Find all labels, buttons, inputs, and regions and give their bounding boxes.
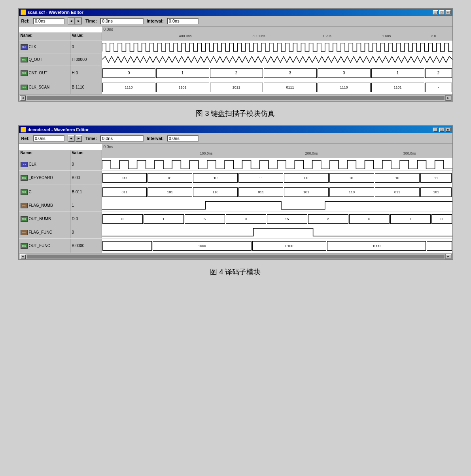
- toolbar-2: Ref: ◄ ► Time: Interval:: [19, 133, 452, 144]
- prev-btn-1[interactable]: ◄: [68, 17, 75, 25]
- marker-200ns: 200.0ns: [305, 151, 318, 155]
- c-icon: BUS: [21, 189, 28, 195]
- table-row: DIG FLAG_FUNC 0: [19, 226, 452, 239]
- maximize-btn-2[interactable]: □: [439, 127, 445, 132]
- list-item: 0: [431, 214, 452, 224]
- table-row: BUS Q_OUT H 00000: [19, 53, 452, 66]
- minimize-btn-2[interactable]: _: [433, 127, 438, 132]
- scrollbar-2: ◄ ►: [19, 253, 452, 259]
- list-item: 2: [210, 68, 263, 78]
- marker-100ns: 100.0ns: [200, 151, 213, 155]
- table-row: BUS _KEYBOARD B 00 00 01 10 11 00 01 10: [19, 171, 452, 185]
- outfunc-icon: BUS: [21, 243, 28, 249]
- interval-input-1[interactable]: [167, 18, 199, 24]
- list-item: 1110: [318, 83, 371, 92]
- waveform-area-1: 0.0ns Name: Value: 400.0ns 800.0ns 1.2us…: [19, 26, 452, 101]
- list-item: 1000: [153, 241, 251, 251]
- flagnumb-svg: [102, 199, 452, 212]
- keyboard-value: B 00: [70, 171, 102, 185]
- list-item: 9: [226, 214, 266, 224]
- list-item: 0111: [264, 83, 317, 92]
- cntout-value: H 0: [70, 66, 102, 80]
- cntout-icon: BUS: [21, 70, 28, 76]
- list-item: 110: [329, 187, 374, 197]
- scroll-track-2[interactable]: [27, 255, 445, 259]
- cursor-time-1: 0.0ns: [102, 26, 452, 32]
- title-controls-1: _ □ ×: [433, 10, 451, 15]
- clk2-name: CLK CLK: [19, 158, 70, 170]
- next-btn-1[interactable]: ►: [75, 17, 82, 25]
- next-btn-2[interactable]: ►: [75, 135, 82, 142]
- outfunc-name: BUS OUT_FUNC: [19, 239, 70, 253]
- list-item: 011: [102, 187, 147, 197]
- window1: ⚡ scan.scf - Waveform Editor _ □ × Ref: …: [18, 8, 453, 102]
- cntout-waveform: 0 1 2 3 0 1 2: [102, 66, 452, 80]
- clk-value: 0: [70, 41, 102, 53]
- timeline-1: Name: Value: 400.0ns 800.0ns 1.2us 1.6us…: [19, 32, 452, 41]
- clk-name: CLK CLK: [19, 41, 70, 53]
- c-name: BUS C: [19, 185, 70, 199]
- clkscan-icon: BUS: [21, 85, 28, 90]
- caption-2: 图 4 译码子模块: [210, 267, 261, 277]
- list-item: 5: [185, 214, 225, 224]
- table-row: BUS OUT_NUMB D 0 0 1 5 9 15 2 6: [19, 212, 452, 226]
- list-item: 7: [390, 214, 431, 224]
- minimize-btn-1[interactable]: _: [433, 10, 438, 15]
- flagnumb-value: 1: [70, 199, 102, 212]
- ref-input-1[interactable]: [33, 18, 64, 24]
- qout-value: H 00000: [70, 53, 102, 66]
- clk2-icon: CLK: [21, 162, 28, 167]
- list-item: 0: [318, 68, 371, 78]
- app-icon-1: ⚡: [21, 9, 26, 15]
- outnumb-icon: BUS: [21, 216, 28, 222]
- scroll-track-1[interactable]: [27, 96, 445, 100]
- outfunc-value: B 0000: [70, 239, 102, 253]
- list-item: 01: [329, 173, 374, 183]
- flagfunc-svg: [102, 226, 452, 238]
- time-input-1[interactable]: [100, 18, 144, 24]
- flagfunc-waveform: [102, 226, 452, 238]
- title-bar-2: ⚡ decode.scf - Waveform Editor _ □ ×: [19, 126, 452, 133]
- marker-2us: 2.0: [431, 34, 436, 38]
- caption-1: 图 3 键盘扫描子模块仿真: [196, 109, 275, 118]
- scroll-right-btn-1[interactable]: ►: [445, 95, 452, 101]
- list-item: 1: [144, 214, 184, 224]
- marker-400ns: 400.0ns: [179, 34, 191, 38]
- list-item: 10: [193, 173, 238, 183]
- signal-rows-2: CLK CLK 0 BUS _KEYBOARD: [19, 158, 452, 253]
- prev-btn-2[interactable]: ◄: [68, 135, 75, 142]
- outnumb-value: D 0: [70, 212, 102, 226]
- waveform-area-2: 0.0ns Name: Value: 100.0ns 200.0ns 300.0…: [19, 144, 452, 259]
- flagnumb-icon: DIG: [21, 203, 28, 208]
- name-col-header-1: Name:: [19, 32, 70, 40]
- table-row: BUS CNT_OUT H 0 0 1 2 3 0 1 2: [19, 66, 452, 80]
- scroll-right-btn-2[interactable]: ►: [445, 254, 452, 259]
- ref-input-2[interactable]: [33, 135, 64, 142]
- clk-icon: CLK: [21, 44, 28, 50]
- time-input-2[interactable]: [100, 135, 144, 142]
- table-row: CLK CLK 0: [19, 158, 452, 171]
- list-item: 0100: [252, 241, 327, 251]
- list-item: ..: [427, 241, 452, 251]
- outfunc-waveform: - 1000 0100 1000 ..: [102, 239, 452, 253]
- interval-input-2[interactable]: [167, 135, 199, 142]
- outnumb-name: BUS OUT_NUMB: [19, 212, 70, 226]
- list-item: 1011: [210, 83, 263, 92]
- list-item: 1101: [156, 83, 209, 92]
- list-item: 0: [102, 214, 143, 224]
- list-item: 11: [238, 173, 283, 183]
- list-item: 6: [349, 214, 390, 224]
- list-item: 00: [284, 173, 329, 183]
- scroll-left-btn-2[interactable]: ◄: [20, 254, 26, 259]
- close-btn-1[interactable]: ×: [445, 10, 451, 15]
- list-item: 3: [264, 68, 317, 78]
- scroll-left-btn-1[interactable]: ◄: [20, 95, 26, 101]
- outnumb-waveform: 0 1 5 9 15 2 6 7 0: [102, 212, 452, 226]
- list-item: 15: [267, 214, 307, 224]
- maximize-btn-1[interactable]: □: [439, 10, 445, 15]
- list-item: -: [102, 241, 152, 251]
- list-item: 101: [148, 187, 192, 197]
- list-item: 101: [420, 187, 452, 197]
- close-btn-2[interactable]: ×: [445, 127, 451, 132]
- qout-name: BUS Q_OUT: [19, 53, 70, 66]
